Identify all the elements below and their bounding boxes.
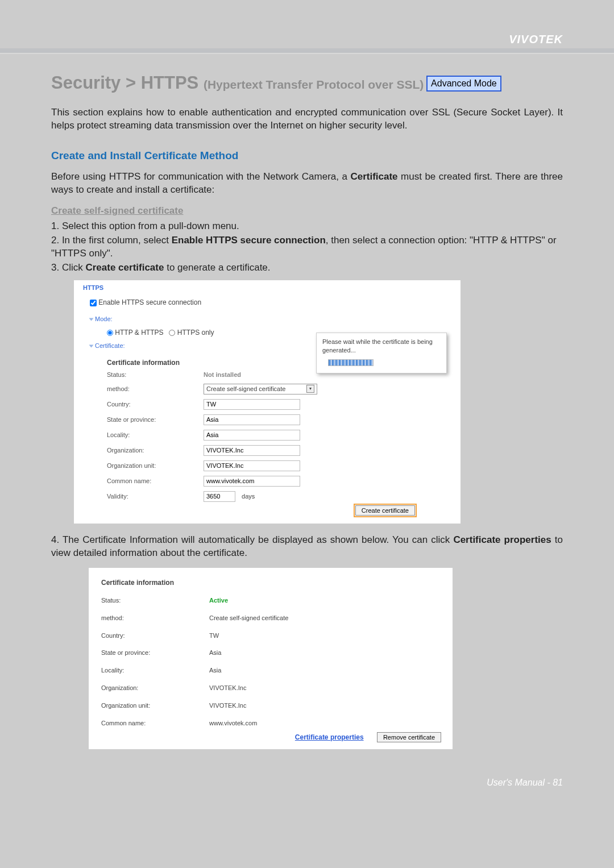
certificate-properties-link[interactable]: Certificate properties [295, 733, 364, 741]
orgunit-label-2: Organization unit: [101, 701, 209, 710]
screenshot-cert-info: Certificate information Status: Active m… [89, 568, 453, 749]
validity-input[interactable] [204, 491, 235, 502]
create-certificate-button[interactable]: Create certificate [355, 505, 415, 516]
locality-value-2: Asia [209, 666, 441, 675]
progress-bar [328, 359, 374, 366]
country-label-2: Country: [101, 632, 209, 640]
orgunit-label: Organization unit: [107, 462, 204, 470]
country-input[interactable] [204, 399, 300, 410]
chevron-down-icon [89, 345, 94, 348]
org-value-2: VIVOTEK.Inc [209, 684, 441, 692]
fieldset-label: HTTPS [74, 280, 460, 292]
orgunit-value-2: VIVOTEK.Inc [209, 701, 441, 710]
step-1: 1. Select this option from a pull-down m… [51, 220, 563, 233]
brand-label: VIVOTEK [0, 28, 614, 48]
title-main: Security > HTTPS [51, 73, 204, 93]
locality-label-2: Locality: [101, 666, 209, 675]
page-title: Security > HTTPS (Hypertext Transfer Pro… [51, 71, 563, 95]
locality-label: Locality: [107, 431, 204, 439]
progress-popup: Please wait while the certificate is bei… [316, 333, 447, 373]
intro-text: This section explains how to enable auth… [51, 106, 563, 132]
step-2: 2. In the first column, select Enable HT… [51, 234, 563, 260]
org-input[interactable] [204, 445, 300, 456]
certificate-label: Certificate: [95, 342, 125, 349]
state-label-2: State or province: [101, 649, 209, 657]
mode-badge: Advanced Mode [426, 76, 501, 92]
dropdown-arrow-icon: ▾ [306, 385, 314, 393]
status-label: Status: [107, 371, 204, 379]
step-3: 3. Click Create certificate to generate … [51, 261, 563, 275]
mode-radio-label-2: HTTPS only [177, 329, 214, 337]
remove-certificate-button[interactable]: Remove certificate [377, 732, 441, 742]
screenshot-https-form: HTTPS Enable HTTPS secure connection Mod… [74, 280, 460, 524]
page-footer: User's Manual - 81 [0, 749, 614, 788]
mode-label: Mode: [95, 315, 113, 322]
state-input[interactable] [204, 414, 300, 425]
divider [0, 48, 614, 54]
mode-radio-label-1: HTTP & HTTPS [115, 329, 163, 337]
steps-list: 1. Select this option from a pull-down m… [51, 220, 563, 275]
locality-input[interactable] [204, 430, 300, 441]
enable-https-label: Enable HTTPS secure connection [98, 298, 201, 306]
sub-heading: Create self-signed certificate [51, 205, 563, 218]
cert-intro: Before using HTTPS for communication wit… [51, 171, 563, 197]
method-select[interactable]: Create self-signed certificate ▾ [204, 384, 317, 394]
common-label-2: Common name: [101, 719, 209, 728]
state-value-2: Asia [209, 649, 441, 657]
state-label: State or province: [107, 416, 204, 424]
popup-text: Please wait while the certificate is bei… [322, 338, 433, 354]
method-value-2: Create self-signed certificate [209, 614, 441, 622]
chevron-down-icon [89, 318, 94, 321]
section-heading: Create and Install Certificate Method [51, 148, 563, 163]
org-label: Organization: [107, 446, 204, 455]
common-input[interactable] [204, 476, 300, 487]
validity-label: Validity: [107, 492, 204, 501]
country-value-2: TW [209, 632, 441, 640]
orgunit-input[interactable] [204, 460, 300, 471]
validity-unit: days [242, 493, 255, 500]
step-4: 4. The Certificate Information will auto… [51, 534, 563, 560]
status-label-2: Status: [101, 596, 209, 605]
cert-info-heading-2: Certificate information [100, 572, 441, 591]
status-value-active: Active [209, 596, 441, 605]
mode-radio-http-https[interactable] [107, 330, 113, 336]
mode-radio-https-only[interactable] [169, 330, 175, 336]
common-label: Common name: [107, 477, 204, 485]
title-sub: (Hypertext Transfer Protocol over SSL) [204, 78, 424, 91]
enable-https-checkbox[interactable] [90, 300, 97, 306]
common-value-2: www.vivotek.com [209, 719, 441, 728]
method-label-2: method: [101, 614, 209, 622]
method-label: method: [107, 385, 204, 393]
org-label-2: Organization: [101, 684, 209, 692]
country-label: Country: [107, 400, 204, 409]
